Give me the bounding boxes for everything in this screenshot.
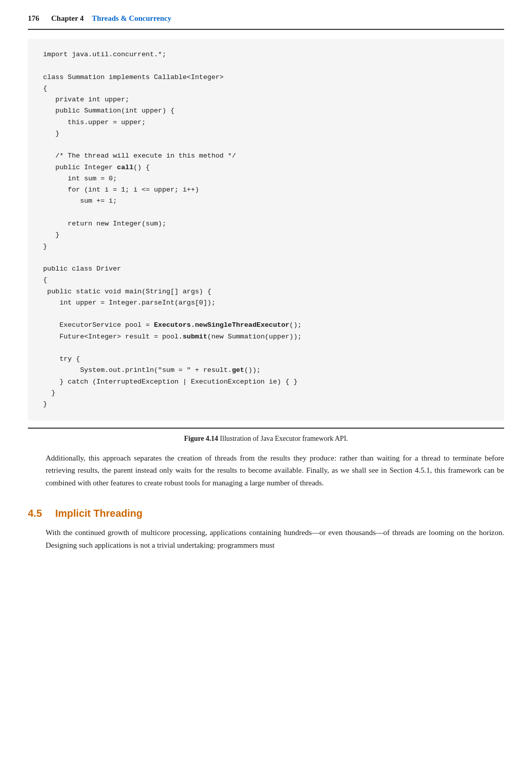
code-line-12: int sum = 0; — [43, 175, 117, 182]
figure-caption-label: Figure 4.14 — [184, 435, 218, 442]
figure-caption: Figure 4.14 Illustration of Java Executo… — [28, 435, 504, 443]
section-body: With the continued growth of multicore p… — [46, 526, 504, 552]
code-line-1: import java.util.concurrent.*; — [43, 51, 166, 58]
code-line-23: int upper = Integer.parseInt(args[0]); — [43, 299, 215, 307]
page: 176 Chapter 4 Threads & Concurrency impo… — [0, 0, 532, 760]
section-title: Implicit Threading — [55, 508, 142, 519]
body-paragraph: Additionally, this approach separates th… — [46, 452, 504, 489]
code-line-8: } — [43, 130, 59, 137]
code-line-28: try { — [43, 355, 80, 363]
code-line-13: for (int i = 1; i <= upper; i++) — [43, 186, 199, 194]
code-line-22: public static void main(String[] args) { — [43, 288, 211, 295]
chapter-label: Chapter 4 — [51, 14, 84, 23]
code-line-17: } — [43, 231, 59, 239]
code-line-20: public class Driver — [43, 265, 121, 273]
page-number: 176 — [28, 14, 43, 23]
code-line-25: ExecutorService pool = Executors.newSing… — [43, 321, 301, 329]
code-line-5: private int upper; — [43, 96, 129, 103]
code-line-26: Future<Integer> result = pool.submit(new… — [43, 333, 301, 340]
code-line-18: } — [43, 243, 47, 250]
code-line-21: { — [43, 276, 47, 284]
code-container: import java.util.concurrent.*; class Sum… — [28, 39, 504, 421]
code-line-16: return new Integer(sum); — [43, 220, 166, 227]
code-line-30: } catch (InterruptedException | Executio… — [43, 378, 297, 386]
code-block: import java.util.concurrent.*; class Sum… — [43, 49, 489, 410]
section-number: 4.5 — [28, 508, 48, 519]
code-line-31: } — [43, 389, 55, 397]
code-line-4: { — [43, 85, 47, 92]
code-line-14: sum += i; — [43, 197, 117, 205]
code-line-32: } — [43, 400, 47, 408]
code-line-3: class Summation implements Callable<Inte… — [43, 73, 223, 81]
page-header: 176 Chapter 4 Threads & Concurrency — [0, 0, 532, 27]
footer-separator — [28, 428, 504, 429]
chapter-title: Threads & Concurrency — [92, 14, 171, 23]
code-line-10: /* The thread will execute in this metho… — [43, 152, 236, 160]
header-separator — [28, 29, 504, 30]
code-line-11: public Integer call() { — [43, 164, 150, 171]
code-line-7: this.upper = upper; — [43, 119, 146, 126]
code-line-6: public Summation(int upper) { — [43, 107, 174, 115]
section-heading: 4.5 Implicit Threading — [28, 508, 504, 519]
code-line-29: System.out.println("sum = " + result.get… — [43, 366, 260, 374]
figure-caption-text: Illustration of Java Executor framework … — [218, 435, 348, 442]
